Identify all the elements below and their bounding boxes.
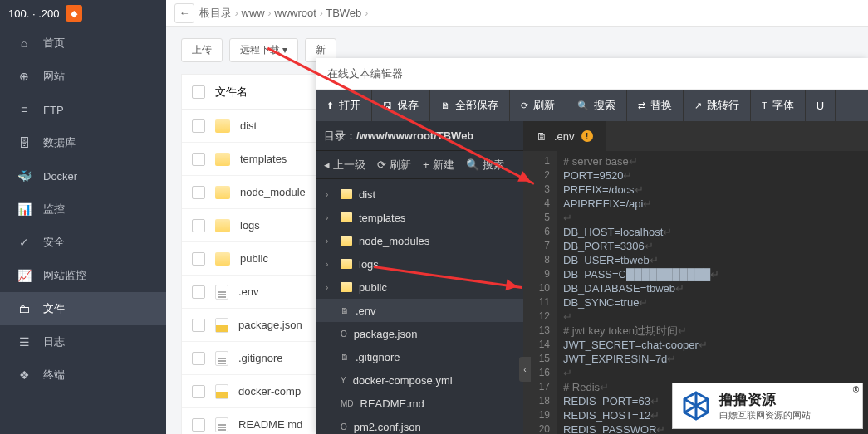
tree-item-label: .env xyxy=(356,305,376,317)
open-button[interactable]: ⬆打开 xyxy=(316,90,372,121)
file-name: package.json xyxy=(238,319,302,331)
tree-item[interactable]: 🗎.gitignore xyxy=(316,345,523,368)
plus-icon: + xyxy=(423,158,429,171)
font-button[interactable]: T字体 xyxy=(751,90,806,121)
modal-title: 在线文本编辑器 xyxy=(316,58,868,90)
file-icon xyxy=(215,384,228,399)
panel-collapse-handle[interactable]: ‹ xyxy=(519,357,531,382)
sidebar-item-label: FTP xyxy=(43,104,64,116)
row-checkbox[interactable] xyxy=(192,285,205,299)
upload-icon: ⬆ xyxy=(326,100,334,111)
folder-icon xyxy=(341,259,352,269)
sidebar-item-log[interactable]: ☰日志 xyxy=(0,325,166,358)
shield-icon: ✓ xyxy=(17,236,32,249)
sidebar-item-globe[interactable]: ⊕网站 xyxy=(0,60,166,93)
col-filename: 文件名 xyxy=(215,85,248,100)
file-icon: O xyxy=(341,329,347,339)
tree-item[interactable]: ›templates xyxy=(316,206,523,229)
sidebar-item-chart[interactable]: 📈网站监控 xyxy=(0,259,166,292)
replace-button[interactable]: ⇄替换 xyxy=(627,90,684,121)
tree-item[interactable]: MDREADME.md xyxy=(316,392,523,415)
font-icon: T xyxy=(762,100,767,110)
row-checkbox[interactable] xyxy=(192,252,205,266)
breadcrumb-item[interactable]: 根目录 xyxy=(199,7,232,19)
sidebar-item-shield[interactable]: ✓安全 xyxy=(0,226,166,259)
sidebar-item-terminal[interactable]: ❖终端 xyxy=(0,358,166,392)
sidebar-item-label: 终端 xyxy=(43,368,65,383)
tree-refresh-button[interactable]: ⟳刷新 xyxy=(377,158,411,173)
refresh-icon: ⟳ xyxy=(377,158,386,171)
tree-item[interactable]: Ydocker-compose.yml xyxy=(316,368,523,392)
file-tree-panel: 目录：/www/wwwroot/TBWeb ◂上一级 ⟳刷新 +新建 🔍搜索 ›… xyxy=(316,121,523,434)
back-button[interactable]: ← xyxy=(174,3,194,23)
watermark: 撸撸资源 白嫖互联网资源的网站 ® xyxy=(672,383,863,429)
tree-item[interactable]: Opackage.json xyxy=(316,322,523,345)
file-icon: 🗎 xyxy=(341,353,349,362)
file-icon xyxy=(215,318,228,333)
row-checkbox[interactable] xyxy=(192,418,205,432)
chevron-right-icon: › xyxy=(265,7,275,19)
tree-item[interactable]: ›node_modules xyxy=(316,229,523,252)
upload-button[interactable]: 上传 xyxy=(181,38,223,62)
sidebar-item-label: Docker xyxy=(43,170,77,183)
replace-icon: ⇄ xyxy=(638,100,645,111)
sidebar-item-home[interactable]: ⌂首页 xyxy=(0,27,166,60)
ftp-icon: ≡ xyxy=(17,103,32,116)
row-checkbox[interactable] xyxy=(192,153,205,166)
tree-item-label: node_modules xyxy=(359,235,429,247)
breadcrumb-item[interactable]: TBWeb xyxy=(326,7,361,19)
terminal-icon: ❖ xyxy=(17,368,32,382)
watermark-logo-icon xyxy=(679,389,713,422)
folder-icon xyxy=(341,189,352,199)
chevron-right-icon: › xyxy=(326,283,334,292)
sidebar: 100. · .200 ◆ ⌂首页⊕网站≡FTP🗄数据库🐳Docker📊监控✓安… xyxy=(0,0,166,434)
tree-item-label: dist xyxy=(359,188,375,201)
editor-tab-env[interactable]: 🗎 .env ! xyxy=(523,121,606,151)
file-icon: 🗎 xyxy=(341,306,349,315)
tree-item[interactable]: ›public xyxy=(316,276,523,299)
chevron-right-icon: › xyxy=(316,7,326,19)
file-icon xyxy=(215,285,228,300)
search-button[interactable]: 🔍搜索 xyxy=(566,90,627,121)
file-name: public xyxy=(240,252,268,265)
editor-tabs: 🗎 .env ! xyxy=(523,121,868,151)
sidebar-item-db[interactable]: 🗄数据库 xyxy=(0,126,166,159)
folder-icon xyxy=(215,252,230,266)
tree-up-button[interactable]: ◂上一级 xyxy=(324,158,365,173)
breadcrumb-item[interactable]: wwwroot xyxy=(274,7,316,19)
row-checkbox[interactable] xyxy=(192,385,205,398)
chevron-left-icon: ◂ xyxy=(324,158,330,171)
breadcrumb: ← 根目录 › www › wwwroot › TBWeb › xyxy=(166,0,868,27)
save-all-button[interactable]: 🗎全部保存 xyxy=(430,90,510,121)
chevron-right-icon: › xyxy=(361,7,368,19)
folder-icon xyxy=(341,236,352,246)
u-button[interactable]: U xyxy=(806,90,836,121)
row-checkbox[interactable] xyxy=(192,186,205,199)
row-checkbox[interactable] xyxy=(192,119,205,133)
refresh-button[interactable]: ⟳刷新 xyxy=(510,90,566,121)
chevron-right-icon: › xyxy=(326,190,334,199)
breadcrumb-item[interactable]: www xyxy=(242,7,265,19)
log-icon: ☰ xyxy=(17,335,32,349)
chevron-right-icon: › xyxy=(232,7,242,19)
tree-item[interactable]: ›dist xyxy=(316,183,523,206)
tree-item[interactable]: Opm2.conf.json xyxy=(316,415,523,434)
tree-new-button[interactable]: +新建 xyxy=(423,158,454,173)
row-checkbox[interactable] xyxy=(192,219,205,232)
tree-item-label: README.md xyxy=(360,397,424,410)
sidebar-item-monitor[interactable]: 📊监控 xyxy=(0,193,166,226)
row-checkbox[interactable] xyxy=(192,319,205,332)
select-all-checkbox[interactable] xyxy=(192,85,205,99)
sidebar-item-label: 日志 xyxy=(43,334,65,349)
row-checkbox[interactable] xyxy=(192,352,205,365)
folder-icon xyxy=(215,153,230,166)
tree-actions: ◂上一级 ⟳刷新 +新建 🔍搜索 xyxy=(316,151,523,179)
tree-item[interactable]: 🗎.env xyxy=(316,299,523,322)
warning-icon: ! xyxy=(581,130,593,142)
sidebar-item-docker[interactable]: 🐳Docker xyxy=(0,159,166,193)
sidebar-item-ftp[interactable]: ≡FTP xyxy=(0,93,166,126)
goto-button[interactable]: ↗跳转行 xyxy=(684,90,751,121)
sidebar-item-folder[interactable]: 🗀文件 xyxy=(0,292,166,325)
tree-item-label: pm2.conf.json xyxy=(354,421,421,433)
sidebar-item-label: 网站监控 xyxy=(43,268,86,283)
